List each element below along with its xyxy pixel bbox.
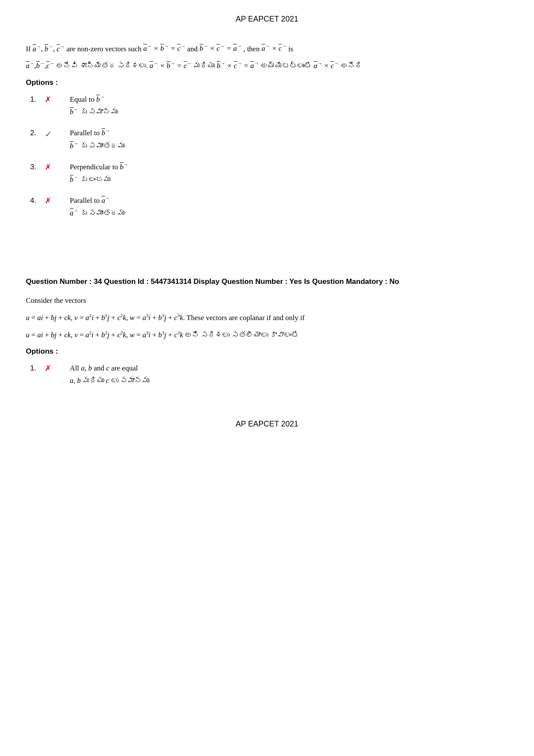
q33-option-4: 4. ✗ Parallel to a→ a→ కు సమాంతరము — [26, 195, 508, 219]
q34-opt1-number: 1. — [30, 362, 43, 374]
q34-options-label: Options : — [26, 345, 508, 357]
q33-opt4-marker: ✗ — [45, 195, 53, 207]
q33-body-en: If a→, b→, c→ are non-zero vectors such … — [26, 43, 508, 56]
q33-opt1-en: Equal to b→ — [70, 93, 118, 105]
q34-body-intro: Consider the vectors — [26, 295, 508, 307]
q33-opt2-te: b→ కు సమాంతరము — [70, 140, 125, 152]
question-34-block: Question Number : 34 Question Id : 54473… — [26, 272, 508, 401]
q33-opt1-number: 1. — [30, 93, 43, 105]
q33-opt4-en: Parallel to a→ — [70, 195, 125, 206]
q33-opt1-marker: ✗ — [45, 93, 53, 106]
q33-opt1-content: Equal to b→ b→ కు సమానము — [57, 93, 118, 118]
page-header: AP EAPCET 2021 — [26, 13, 508, 25]
q33-opt4-number: 4. — [30, 195, 43, 206]
q33-opt4-te: a→ కు సమాంతరము — [70, 207, 125, 219]
q33-opt2-number: 2. — [30, 127, 43, 139]
page-footer: AP EAPCET 2021 — [26, 418, 508, 430]
question-33-block: If a→, b→, c→ are non-zero vectors such … — [26, 38, 508, 233]
q33-opt3-te: b→ కు లంబము — [70, 174, 128, 185]
q33-option-2: 2. ✓ Parallel to b→ b→ కు సమాంతరము — [26, 127, 508, 151]
q33-opt1-te: b→ కు సమానము — [70, 106, 118, 118]
q34-opt1-en: All a, b and c are equal — [70, 362, 149, 374]
q33-opt2-content: Parallel to b→ b→ కు సమాంతరము — [57, 127, 125, 151]
spacer-1 — [26, 250, 508, 272]
q33-body-te: a→,b→,c→ అనేవి శూన్యేతర సదిశలు. a→ × b→ … — [26, 59, 508, 72]
q34-option-1: 1. ✗ All a, b and c are equal a, b మరియు… — [26, 362, 508, 386]
q33-opt2-marker: ✓ — [45, 127, 53, 141]
q33-vec-a: a — [33, 44, 37, 53]
q34-body-te: u = ai + bj + ck, v = a2i + b2j + c2k, w… — [26, 329, 508, 342]
q33-opt4-content: Parallel to a→ a→ కు సమాంతరము — [57, 195, 125, 219]
q33-vec-b: b — [45, 44, 49, 53]
q33-option-3: 3. ✗ Perpendicular to b→ b→ కు లంబము — [26, 161, 508, 185]
q33-options-label: Options : — [26, 77, 508, 88]
q33-opt3-content: Perpendicular to b→ b→ కు లంబము — [57, 161, 128, 185]
q33-opt3-en: Perpendicular to b→ — [70, 161, 128, 173]
q34-meta: Question Number : 34 Question Id : 54473… — [26, 276, 508, 287]
footer-title: AP EAPCET 2021 — [236, 420, 298, 428]
q34-opt1-marker: ✗ — [45, 362, 53, 375]
q33-vec-c: c — [57, 44, 60, 53]
q33-opt3-number: 3. — [30, 161, 43, 173]
q34-opt1-content: All a, b and c are equal a, b మరియు c లు… — [57, 362, 149, 386]
header-title: AP EAPCET 2021 — [236, 15, 298, 23]
q34-body-en: u = ai + bj + ck, v = a2i + b2j + c2k, w… — [26, 311, 508, 324]
q33-opt3-marker: ✗ — [45, 161, 53, 174]
q33-option-1: 1. ✗ Equal to b→ b→ కు సమానము — [26, 93, 508, 118]
q33-opt2-en: Parallel to b→ — [70, 127, 125, 139]
q34-opt1-te: a, b మరియు c లు సమానము — [70, 375, 149, 386]
q34-intro-text: Consider the vectors — [26, 296, 86, 305]
